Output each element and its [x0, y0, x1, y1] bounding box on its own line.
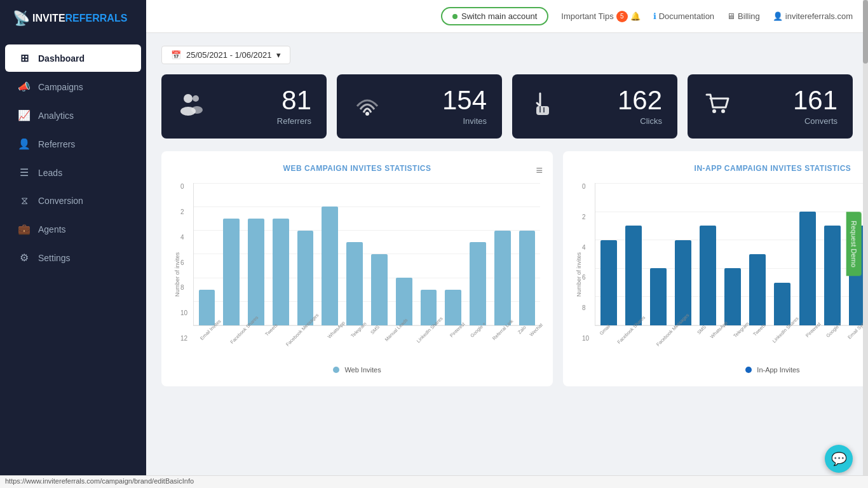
y-axis-tick: 10	[582, 335, 590, 342]
charts-row: WEB CAMPAIGN INVITES STATISTICS ≡ Number…	[161, 151, 853, 386]
referrers-stat-label: Referrers	[277, 116, 311, 126]
date-filter-button[interactable]: 📅 25/05/2021 - 1/06/2021 ▾	[161, 46, 290, 64]
bar-gmail[interactable]	[600, 240, 617, 325]
bar-zalo[interactable]	[494, 231, 511, 325]
y-axis-tick: 4	[582, 244, 590, 251]
y-axis-tick: 2	[582, 214, 590, 220]
web-y-axis-label: Number of invites	[174, 183, 180, 361]
sidebar-item-analytics[interactable]: 📈 Analytics	[5, 102, 141, 129]
invites-stat-icon	[352, 88, 383, 125]
bar-wechat[interactable]	[519, 231, 536, 325]
bar-wrap	[195, 183, 219, 325]
clicks-stat-icon	[527, 88, 558, 125]
sidebar-nav: ⊞ Dashboard 📣 Campaigns 📈 Analytics 👤 Re…	[0, 37, 146, 488]
date-range-label: 25/05/2021 - 1/06/2021	[186, 50, 271, 60]
sidebar-label-agents: Agents	[38, 224, 66, 234]
bar-wrap	[771, 183, 794, 325]
converts-stat-number: 161	[793, 87, 837, 114]
bar-wrap	[721, 183, 745, 325]
converts-stat-info: 161 Converts	[793, 87, 837, 126]
bar-pinterest[interactable]	[799, 212, 816, 325]
bar-google-+[interactable]	[824, 226, 841, 325]
bar-tweets[interactable]	[248, 219, 264, 325]
sidebar-item-agents[interactable]: 💼 Agents	[5, 215, 141, 243]
bar-referral-link[interactable]	[470, 242, 486, 325]
inapp-y-axis: 1086420	[582, 183, 595, 361]
dashboard-icon: ⊞	[18, 52, 31, 64]
billing-link[interactable]: 🖥 Billing	[727, 11, 760, 21]
bar-facebook-shares[interactable]	[625, 226, 642, 325]
bar-wrap	[343, 183, 367, 325]
bar-wrap	[245, 183, 268, 325]
inapp-legend-label: In-App Invites	[757, 366, 799, 374]
bar-telegram[interactable]	[322, 207, 338, 325]
sidebar-label-dashboard: Dashboard	[38, 53, 85, 64]
bar-telegram[interactable]	[724, 268, 741, 325]
chat-bubble-button[interactable]: 💬	[825, 445, 853, 473]
bar-whatsapp[interactable]	[700, 226, 716, 325]
user-label: invitereferrals.com	[785, 11, 853, 21]
important-tips-link[interactable]: Important Tips 5 🔔	[561, 11, 640, 22]
svg-point-4	[365, 112, 369, 116]
user-menu[interactable]: 👤 invitereferrals.com	[773, 11, 853, 21]
sidebar-item-leads[interactable]: ☰ Leads	[5, 159, 141, 186]
billing-icon: 🖥	[727, 11, 735, 21]
web-chart-menu[interactable]: ≡	[536, 164, 543, 177]
svg-point-3	[191, 106, 203, 114]
status-dot	[452, 14, 458, 19]
sidebar-item-campaigns[interactable]: 📣 Campaigns	[5, 73, 141, 100]
bar-wrap	[515, 183, 539, 325]
sidebar-item-conversion[interactable]: ⧖ Conversion	[5, 187, 141, 214]
sidebar-label-settings: Settings	[38, 253, 71, 263]
sidebar-item-referrers[interactable]: 👤 Referrers	[5, 130, 141, 158]
info-icon: ℹ	[653, 11, 656, 21]
sidebar-label-campaigns: Campaigns	[38, 82, 83, 92]
bar-wrap	[491, 183, 514, 325]
bar-wrap	[442, 183, 465, 325]
stats-row: 81 Referrers 154 Invites 162 Clicks 161 …	[161, 74, 853, 139]
web-bars-area	[193, 183, 540, 326]
referrers-icon: 👤	[18, 138, 31, 150]
logo: 📡 INVITEREFERRALS	[0, 0, 146, 37]
status-bar: https://www.invitereferrals.com/campaign…	[0, 475, 868, 488]
inapp-bars-area	[595, 183, 868, 326]
bar-tweets[interactable]	[749, 254, 766, 325]
sidebar-item-dashboard[interactable]: ⊞ Dashboard	[5, 44, 141, 72]
chat-icon: 💬	[831, 451, 847, 466]
inapp-y-axis-label: Number of invites	[576, 183, 582, 361]
bar-wrap	[820, 183, 844, 325]
calendar-icon: 📅	[171, 50, 181, 60]
bar-manual-leads[interactable]	[371, 254, 388, 325]
bar-facebook-messages[interactable]	[650, 268, 667, 325]
web-campaign-chart: WEB CAMPAIGN INVITES STATISTICS ≡ Number…	[161, 151, 553, 386]
bar-wrap	[671, 183, 695, 325]
bar-whatsapp[interactable]	[297, 231, 314, 325]
referrers-stat-info: 81 Referrers	[277, 87, 311, 126]
svg-point-6	[712, 109, 716, 113]
converts-stat-label: Converts	[793, 116, 837, 126]
bar-facebook-messages[interactable]	[273, 219, 289, 325]
request-demo-label: Request Demo	[850, 220, 857, 267]
bell-icon: 🔔	[630, 11, 641, 21]
y-axis-tick: 8	[582, 304, 590, 311]
bar-wrap	[466, 183, 490, 325]
y-axis-tick: 12	[180, 335, 188, 342]
sidebar-label-referrers: Referrers	[38, 139, 75, 149]
documentation-link[interactable]: ℹ Documentation	[653, 11, 714, 21]
bar-facebook-shares[interactable]	[223, 219, 240, 325]
y-axis-tick: 4	[180, 234, 188, 241]
switch-main-account-button[interactable]: Switch main account	[441, 7, 548, 25]
scrollbar-track[interactable]	[863, 0, 868, 488]
request-demo-button[interactable]: Request Demo	[846, 212, 861, 276]
dashboard-content: 📅 25/05/2021 - 1/06/2021 ▾ 81 Referrers …	[146, 33, 868, 488]
bar-sms[interactable]	[346, 242, 363, 325]
sidebar-item-settings[interactable]: ⚙ Settings	[5, 244, 141, 271]
bar-wrap	[392, 183, 416, 325]
sidebar-label-analytics: Analytics	[38, 111, 74, 121]
scrollbar-thumb[interactable]	[863, 0, 868, 64]
agents-icon: 💼	[18, 223, 31, 235]
bar-wrap	[796, 183, 819, 325]
documentation-label: Documentation	[659, 11, 714, 21]
y-axis-tick: 0	[582, 183, 590, 190]
web-chart-title: WEB CAMPAIGN INVITES STATISTICS	[174, 164, 540, 173]
